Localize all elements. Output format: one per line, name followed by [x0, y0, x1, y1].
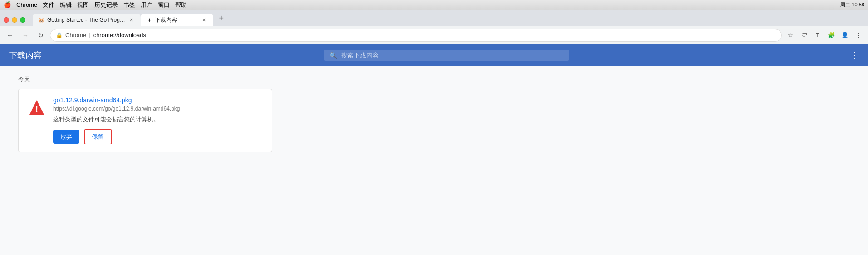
- menu-bar-left: 🍎 Chrome 文件 编辑 视图 历史记录 书签 用户 窗口 帮助: [4, 1, 187, 9]
- page-content: 下载内容 🔍 ⋮ 今天 ! go1.12.9.darwin-amd64.pkg …: [0, 44, 868, 255]
- menu-users[interactable]: 用户: [141, 1, 152, 9]
- translate-icon[interactable]: T: [812, 29, 824, 41]
- new-tab-button[interactable]: +: [215, 12, 228, 24]
- keep-button[interactable]: 保留: [84, 129, 112, 144]
- menu-bar: 🍎 Chrome 文件 编辑 视图 历史记录 书签 用户 窗口 帮助 周二 10…: [0, 0, 868, 10]
- search-box: 🔍: [324, 50, 569, 61]
- menu-window[interactable]: 窗口: [158, 1, 170, 9]
- browser-chrome: 🐹 Getting Started - The Go Prog… ✕ ⬇ 下载内…: [0, 10, 868, 44]
- menu-history[interactable]: 历史记录: [94, 1, 118, 9]
- shield-icon[interactable]: 🛡: [798, 29, 810, 41]
- tab-downloads-close[interactable]: ✕: [201, 16, 208, 24]
- apple-menu[interactable]: 🍎: [4, 1, 11, 8]
- tab-go-close[interactable]: ✕: [128, 16, 135, 24]
- more-button[interactable]: ⋮: [853, 29, 864, 41]
- warning-icon: !: [28, 98, 46, 116]
- back-button[interactable]: ←: [4, 29, 16, 42]
- menu-chrome[interactable]: Chrome: [16, 1, 37, 8]
- download-url: https://dl.google.com/go/go1.12.9.darwin…: [53, 106, 263, 112]
- menu-edit[interactable]: 编辑: [60, 1, 72, 9]
- downloads-body: 今天 ! go1.12.9.darwin-amd64.pkg https://d…: [0, 66, 868, 255]
- menu-help[interactable]: 帮助: [175, 1, 187, 9]
- downloads-more-icon[interactable]: ⋮: [851, 50, 859, 60]
- menu-bookmarks[interactable]: 书签: [123, 1, 135, 9]
- download-card: ! go1.12.9.darwin-amd64.pkg https://dl.g…: [18, 89, 272, 152]
- toolbar-right: ☆ 🛡 T 🧩 👤 ⋮: [785, 29, 864, 41]
- menu-file[interactable]: 文件: [43, 1, 54, 9]
- bookmark-icon[interactable]: ☆: [785, 29, 796, 41]
- reload-button[interactable]: ↻: [34, 29, 47, 42]
- discard-button[interactable]: 放弃: [53, 130, 79, 144]
- downloads-header: 下载内容 🔍 ⋮: [0, 44, 868, 66]
- warning-triangle-svg: !: [29, 99, 45, 115]
- address-chrome-label: Chrome: [65, 32, 86, 38]
- svg-text:!: !: [35, 105, 38, 114]
- search-icon: 🔍: [329, 52, 337, 59]
- download-filename[interactable]: go1.12.9.darwin-amd64.pkg: [53, 96, 263, 104]
- address-url: chrome://downloads: [93, 32, 146, 38]
- minimize-button[interactable]: [12, 17, 17, 23]
- tab-go-title: Getting Started - The Go Prog…: [47, 17, 125, 23]
- tab-downloads-favicon: ⬇: [146, 17, 152, 23]
- download-info: go1.12.9.darwin-amd64.pkg https://dl.goo…: [53, 96, 263, 144]
- tab-go-favicon: 🐹: [38, 17, 44, 23]
- tab-downloads-title: 下载内容: [155, 16, 198, 24]
- section-date: 今天: [18, 75, 850, 83]
- tab-go[interactable]: 🐹 Getting Started - The Go Prog… ✕: [33, 14, 141, 26]
- system-time: 周二 10:58: [840, 1, 864, 8]
- profile-icon[interactable]: 👤: [839, 29, 851, 41]
- downloads-title: 下载内容: [9, 50, 42, 61]
- download-actions: 放弃 保留: [53, 129, 263, 144]
- tab-bar: 🐹 Getting Started - The Go Prog… ✕ ⬇ 下载内…: [0, 10, 868, 26]
- download-warning-text: 这种类型的文件可能会损害您的计算机。: [53, 115, 263, 124]
- close-button[interactable]: [4, 17, 9, 23]
- extensions-icon[interactable]: 🧩: [825, 29, 837, 41]
- traffic-lights: [4, 17, 25, 26]
- address-input[interactable]: 🔒 Chrome | chrome://downloads: [50, 29, 782, 42]
- menu-view[interactable]: 视图: [77, 1, 89, 9]
- search-input[interactable]: [341, 52, 564, 59]
- forward-button[interactable]: →: [19, 29, 32, 42]
- menu-bar-right: 周二 10:58: [840, 1, 864, 8]
- tab-downloads[interactable]: ⬇ 下载内容 ✕: [141, 14, 213, 26]
- address-bar: ← → ↻ 🔒 Chrome | chrome://downloads ☆ 🛡 …: [0, 26, 868, 44]
- fullscreen-button[interactable]: [20, 17, 25, 23]
